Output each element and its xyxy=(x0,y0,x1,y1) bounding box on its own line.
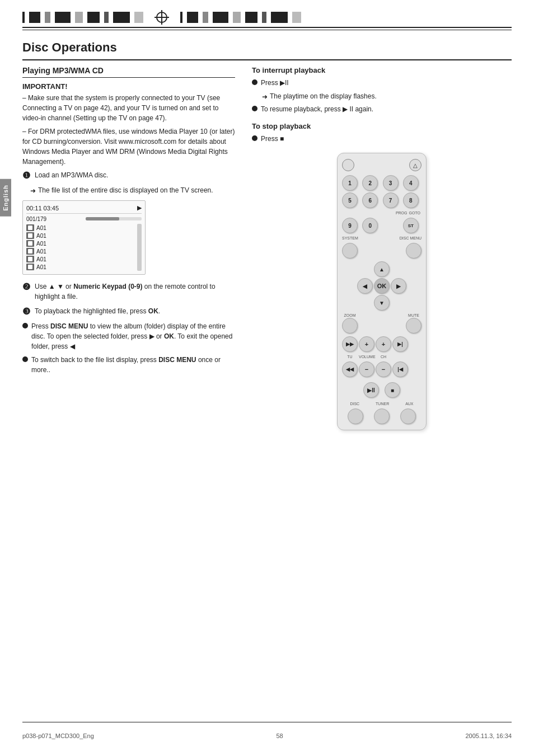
important-text-2: – For DRM protectedWMA files, use window… xyxy=(22,126,235,167)
remote-skip-fwd-btn[interactable]: ▶| xyxy=(392,336,408,352)
screen-progress-bar xyxy=(86,217,142,220)
screen-mockup: 00:11 03:45 ▶ 001/179 A01 xyxy=(22,200,146,275)
remote-disc-menu-btn[interactable] xyxy=(406,243,421,259)
right-column: To interrupt playback Press ▶II ➜ The pl… xyxy=(252,66,512,430)
file-icon-2 xyxy=(26,232,34,239)
step-1-text: Load an MP3/WMA disc. xyxy=(35,170,108,180)
remote-top-row: △ xyxy=(342,159,421,171)
remote-system-discmenu-labels: SYSTEM DISC MENU xyxy=(342,236,421,240)
top-decorative-bar xyxy=(0,0,534,25)
bullet-1-text: Press DISC MENU to view the album (folde… xyxy=(31,321,235,351)
screen-progress-fill xyxy=(86,217,119,220)
step-1-number: ❶ xyxy=(22,170,31,181)
remote-transport-row-2: ◀◀ − − |◀ xyxy=(342,361,421,377)
remote-stop-btn[interactable]: ■ xyxy=(385,382,400,398)
remote-btn-5[interactable]: 5 xyxy=(342,192,358,208)
interrupt-bullet-2-text: To resume playback, press ▶ II again. xyxy=(261,104,373,114)
interrupt-bullet-1: Press ▶II xyxy=(252,78,512,88)
screen-time: 00:11 03:45 xyxy=(26,205,59,212)
file-icon-1 xyxy=(26,224,34,231)
screen-row-2: A01 xyxy=(26,232,135,240)
remote-zoom-label: ZOOM xyxy=(344,313,356,317)
remote-aux-source-btn[interactable] xyxy=(400,408,416,424)
stop-bullet-circle-1 xyxy=(252,135,257,141)
screen-file-list: A01 A01 A01 A01 xyxy=(26,224,142,271)
top-rule-1 xyxy=(22,27,512,28)
bullet-2-text: To switch back to the file list display,… xyxy=(31,355,235,375)
remote-nav-ok[interactable]: OK xyxy=(374,278,390,294)
remote-prog-label: PROG xyxy=(396,211,407,215)
interrupt-bullet-circle-1 xyxy=(252,79,257,85)
interrupt-arrow-1: ➜ The playtime on the display flashes. xyxy=(262,91,512,102)
remote-btn-st[interactable]: ST xyxy=(403,218,419,233)
remote-btn-7[interactable]: 7 xyxy=(383,192,399,208)
remote-btn-9[interactable]: 9 xyxy=(342,218,358,233)
remote-numpad: 1 2 3 4 5 6 7 8 xyxy=(342,175,421,208)
interrupt-title: To interrupt playback xyxy=(252,66,512,74)
screen-track-num: 001/179 xyxy=(26,216,46,223)
remote-mute-col: MUTE xyxy=(406,313,421,334)
remote-goto-label: GOTO xyxy=(409,211,420,215)
remote-prog-goto-labels: PROG GOTO xyxy=(342,211,421,215)
remote-vol-plus-btn[interactable]: + xyxy=(359,336,374,352)
remote-transport-row-1: ▶▶ + + ▶| xyxy=(342,336,421,352)
remote-nav-pad: ▲ ◀ OK ▶ ▼ xyxy=(357,261,406,311)
bullet-2: To switch back to the file list display,… xyxy=(22,355,235,375)
remote-ch-plus-btn[interactable]: + xyxy=(376,336,391,352)
remote-nav-down[interactable]: ▼ xyxy=(374,295,390,311)
screen-row-6: A01 xyxy=(26,263,135,271)
remote-btn-1[interactable]: 1 xyxy=(342,175,358,191)
remote-skip-back-btn[interactable]: |◀ xyxy=(392,361,408,377)
remote-btn-0[interactable]: 0 xyxy=(362,218,378,233)
remote-btn-4[interactable]: 4 xyxy=(403,175,419,191)
remote-btn-3[interactable]: 3 xyxy=(383,175,399,191)
screen-row-1: A01 xyxy=(26,224,135,232)
remote-sensor xyxy=(342,159,354,171)
remote-lower-numpad: 9 0 ST xyxy=(342,218,421,233)
interrupt-bullet-2: To resume playback, press ▶ II again. xyxy=(252,104,512,114)
remote-mute-btn[interactable] xyxy=(406,318,421,334)
remote-nav-up[interactable]: ▲ xyxy=(374,261,390,277)
remote-tuner-source-btn[interactable] xyxy=(374,408,390,424)
remote-ch-minus-btn[interactable]: − xyxy=(376,361,391,377)
left-column: Playing MP3/WMA CD IMPORTANT! – Make sur… xyxy=(22,66,235,430)
remote-btn-6[interactable]: 6 xyxy=(362,192,378,208)
remote-disc-label: DISC xyxy=(350,402,359,406)
remote-vol-minus-btn[interactable]: − xyxy=(359,361,374,377)
step-1-arrow: ➜ The file list of the entire disc is di… xyxy=(30,185,235,196)
screen-filename-2: A01 xyxy=(36,233,46,239)
remote-play-stop-row: ▶II ■ xyxy=(363,382,400,398)
stop-bullet-1-text: Press ■ xyxy=(261,134,284,144)
remote-eject-btn[interactable]: △ xyxy=(409,159,421,171)
screen-filename-3: A01 xyxy=(36,241,46,247)
remote-ff-btn[interactable]: ▶▶ xyxy=(342,336,358,352)
remote-source-labels: DISC TUNER AUX xyxy=(342,402,421,406)
remote-zoom-mute-row: ZOOM MUTE xyxy=(342,313,421,334)
remote-tuner-label: TUNER xyxy=(376,402,389,406)
remote-zoom-col: ZOOM xyxy=(342,313,358,334)
remote-tu-label: TU xyxy=(342,355,358,359)
bottom-rule xyxy=(22,722,512,722)
footer-left: p038-p071_MCD300_Eng xyxy=(22,732,94,739)
step-2-text: Use ▲ ▼ or Numeric Keypad (0-9) on the r… xyxy=(35,281,235,302)
remote-disc-source-btn[interactable] xyxy=(348,408,363,424)
remote-system-btn[interactable] xyxy=(342,243,358,259)
remote-rew-btn[interactable]: ◀◀ xyxy=(342,361,358,377)
remote-control: △ 1 2 3 4 5 6 7 8 PROG xyxy=(337,153,427,430)
interrupt-arrow-1-text: The playtime on the display flashes. xyxy=(270,91,377,101)
footer-right: 2005.11.3, 16:34 xyxy=(465,732,512,739)
screen-track-info: 001/179 xyxy=(26,216,142,223)
remote-nav-left[interactable]: ◀ xyxy=(357,278,373,294)
remote-system-discmenu-row xyxy=(342,243,421,259)
step-2: ❷ Use ▲ ▼ or Numeric Keypad (0-9) on the… xyxy=(22,281,235,302)
screen-row-3: A01 xyxy=(26,240,135,247)
screen-filename-5: A01 xyxy=(36,256,46,262)
screen-scrollbar xyxy=(137,224,142,271)
screen-filename-6: A01 xyxy=(36,264,46,270)
remote-btn-8[interactable]: 8 xyxy=(403,192,419,208)
file-icon-3 xyxy=(26,240,34,247)
remote-zoom-btn[interactable] xyxy=(342,318,358,334)
remote-nav-right[interactable]: ▶ xyxy=(391,278,406,294)
remote-playpause-btn[interactable]: ▶II xyxy=(363,382,379,398)
remote-btn-2[interactable]: 2 xyxy=(362,175,378,191)
